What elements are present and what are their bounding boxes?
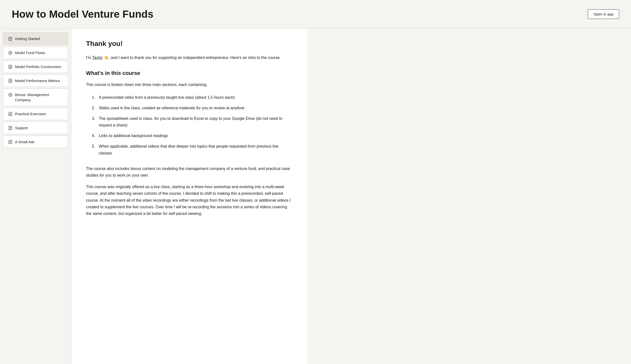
list-item: 1.A prerecorded video from a previously … bbox=[86, 92, 292, 103]
list-item-text: When applicable, additional videos that … bbox=[99, 143, 292, 156]
list-item-text: Slides used in the class, created as ref… bbox=[99, 105, 244, 111]
course-list: 1.A prerecorded video from a previously … bbox=[86, 92, 292, 158]
list-item-text: The spreadsheet used in class, for you t… bbox=[99, 115, 292, 128]
list-item-number: 2. bbox=[92, 105, 97, 111]
list-item: 2.Slides used in the class, created as r… bbox=[86, 103, 292, 113]
sidebar-item-label: Getting Started bbox=[15, 36, 63, 41]
section-desc: This course is broken down into three ma… bbox=[86, 81, 292, 88]
list-item: 5.When applicable, additional videos tha… bbox=[86, 141, 292, 158]
play-icon bbox=[8, 92, 13, 97]
sidebar-item-support[interactable]: Support bbox=[3, 122, 68, 134]
download-icon bbox=[8, 112, 13, 116]
list-item-text: A prerecorded video from a previously ta… bbox=[99, 94, 235, 101]
document-icon bbox=[8, 36, 13, 41]
sidebar-item-model-fund-flows[interactable]: Model Fund Flows bbox=[3, 46, 68, 59]
list-item-text: Links to additional background readings bbox=[99, 132, 168, 139]
sidebar-item-label: Model Performance Metrics bbox=[15, 78, 63, 83]
main-layout: Getting Started Model Fund Flows Model P… bbox=[0, 28, 631, 364]
sidebar-item-label: Bonus: Management Company bbox=[15, 92, 63, 102]
paragraph2: This course was originally offered as a … bbox=[86, 184, 292, 217]
list-item: 4.Links to additional background reading… bbox=[86, 130, 292, 141]
svg-marker-5 bbox=[10, 52, 11, 54]
list-item: 3.The spreadsheet used in class, for you… bbox=[86, 113, 292, 130]
list-item-number: 5. bbox=[92, 143, 97, 156]
sidebar-item-bonus-management-company[interactable]: Bonus: Management Company bbox=[3, 88, 68, 106]
sidebar-item-label: A Small Ask bbox=[15, 139, 63, 144]
list-item-number: 1. bbox=[92, 94, 97, 101]
sidebar-item-getting-started[interactable]: Getting Started bbox=[3, 32, 68, 45]
content-area: Thank you! I'm Taylor 👋, and I want to t… bbox=[71, 28, 307, 364]
sidebar-item-model-performance-metrics[interactable]: Model Performance Metrics bbox=[3, 74, 68, 87]
sidebar-item-label: Support bbox=[15, 125, 63, 130]
svg-marker-11 bbox=[10, 94, 11, 96]
page-title: How to Model Venture Funds bbox=[12, 6, 153, 22]
sidebar-item-label: Practical Exercises bbox=[15, 111, 63, 116]
sidebar-item-practical-exercises[interactable]: Practical Exercises bbox=[3, 108, 68, 120]
content-intro: I'm Taylor 👋, and I want to thank you fo… bbox=[86, 54, 292, 61]
author-link[interactable]: Taylor bbox=[92, 56, 103, 60]
list-item-number: 3. bbox=[92, 115, 97, 128]
open-in-app-button[interactable]: Open in app bbox=[588, 9, 619, 19]
section-heading: What's in this course bbox=[86, 69, 292, 77]
play-icon bbox=[8, 50, 13, 55]
sidebar-item-label: Model Portfolio Construction bbox=[15, 64, 63, 69]
content-title: Thank you! bbox=[86, 38, 292, 49]
sidebar: Getting Started Model Fund Flows Model P… bbox=[0, 28, 71, 364]
document-icon bbox=[8, 140, 13, 144]
download-icon bbox=[8, 78, 13, 83]
sidebar-item-model-portfolio-construction[interactable]: Model Portfolio Construction bbox=[3, 60, 68, 73]
list-item-number: 4. bbox=[92, 132, 97, 139]
document-icon bbox=[8, 126, 13, 130]
sidebar-item-label: Model Fund Flows bbox=[15, 50, 63, 55]
download-icon bbox=[8, 64, 13, 69]
page-header: How to Model Venture Funds Open in app bbox=[0, 0, 631, 28]
sidebar-item-a-small-ask[interactable]: A Small Ask bbox=[3, 136, 68, 148]
paragraph1: The course also includes bonus content o… bbox=[86, 165, 292, 178]
